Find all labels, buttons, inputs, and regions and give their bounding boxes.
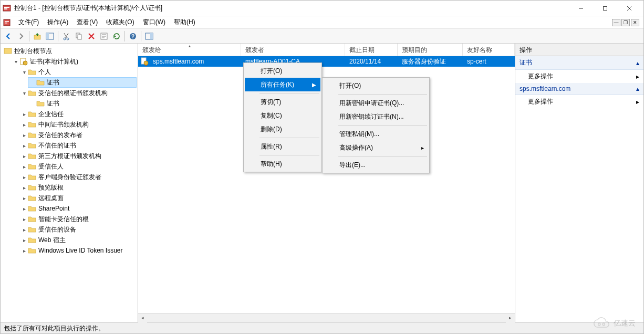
list-header: ▴颁发给 颁发者 截止日期 预期目的 友好名称 [138, 44, 515, 56]
separator-icon [338, 156, 427, 156]
menu-window[interactable]: 窗口(W) [139, 16, 170, 28]
ctx-delete[interactable]: 删除(D) [245, 122, 320, 136]
show-hide-action-pane-button[interactable] [143, 30, 155, 42]
tree-trusted-root-ca-certs[interactable]: 证书 [28, 98, 137, 109]
expander-icon[interactable]: ▸ [20, 184, 28, 191]
col-issued-by[interactable]: 颁发者 [241, 44, 345, 56]
tree-personal-certs[interactable]: 证书 [28, 77, 137, 88]
expander-icon[interactable]: ▸ [20, 142, 28, 149]
ctx-sub-req-new-key[interactable]: 用新密钥申请证书(Q)... [324, 96, 428, 110]
folder-icon [28, 110, 36, 118]
properties-button[interactable] [98, 30, 110, 42]
tree-item[interactable]: ▸中间证书颁发机构 [19, 119, 137, 130]
menu-file[interactable]: 文件(F) [14, 16, 43, 28]
context-submenu-all-tasks[interactable]: 打开(O) 用新密钥申请证书(Q)... 用新密钥续订证书(N)... 管理私钥… [322, 77, 430, 173]
ctx-open[interactable]: 打开(O) [245, 64, 320, 78]
ctx-copy[interactable]: 复制(C) [245, 109, 320, 122]
tree-item[interactable]: ▸企业信任 [19, 109, 137, 119]
folder-icon [28, 68, 36, 76]
menu-view[interactable]: 查看(V) [72, 16, 102, 28]
ctx-sub-export[interactable]: 导出(E)... [324, 158, 428, 172]
tree-item[interactable]: ▸预览版根 [19, 182, 137, 193]
tree-personal[interactable]: ▾ 个人 [19, 67, 137, 77]
scroll-right-icon[interactable]: ▸ [506, 314, 515, 322]
expander-icon[interactable]: ▸ [20, 110, 28, 118]
ctx-sub-open[interactable]: 打开(O) [324, 79, 428, 92]
context-menu[interactable]: 打开(O) 所有任务(K)▶ 剪切(T) 复制(C) 删除(D) 属性(R) 帮… [243, 62, 322, 172]
tree-item[interactable]: ▸SharePoint [19, 203, 137, 214]
actions-more-1[interactable]: 更多操作 ▸ [515, 70, 643, 83]
tree-trusted-root-ca[interactable]: ▾ 受信任的根证书颁发机构 [19, 88, 137, 98]
refresh-button[interactable] [111, 30, 122, 42]
actions-more-2[interactable]: 更多操作 ▸ [515, 95, 643, 108]
up-button[interactable] [32, 30, 43, 42]
expander-icon[interactable]: ▸ [20, 247, 28, 254]
minimize-button[interactable] [569, 1, 593, 16]
tree-item[interactable]: ▸受信任人 [19, 161, 137, 172]
tree-item[interactable]: ▸Web 宿主 [19, 235, 137, 245]
menu-help[interactable]: 帮助(H) [170, 16, 200, 28]
scroll-left-icon[interactable]: ◂ [138, 314, 147, 322]
tree-item[interactable]: ▸受信任的设备 [19, 224, 137, 235]
expander-icon[interactable]: ▸ [20, 205, 28, 212]
ctx-help[interactable]: 帮助(H) [245, 157, 320, 171]
ctx-cut[interactable]: 剪切(T) [245, 95, 320, 109]
col-issued-to[interactable]: ▴颁发给 [138, 44, 241, 56]
close-button[interactable] [617, 1, 641, 16]
expander-icon[interactable]: ▾ [12, 58, 19, 65]
sep-icon [58, 31, 58, 41]
tree-pane[interactable]: 控制台根节点 ▾ 证书(本地计算机) [1, 44, 138, 322]
actions-section-selected[interactable]: sps.msftlearn.com ▴ [515, 83, 643, 95]
svg-point-13 [64, 38, 66, 40]
tree-item[interactable]: ▸不信任的证书 [19, 140, 137, 151]
copy-button[interactable] [73, 30, 85, 42]
mdi-minimize[interactable]: — [612, 19, 620, 26]
list-body[interactable]: sps.msftlearn.com msftlearn-AD01-CA 2020… [138, 56, 515, 313]
actions-section-certs[interactable]: 证书 ▴ [515, 56, 643, 70]
expander-icon[interactable]: ▾ [20, 89, 28, 97]
cell-issued-to: sps.msftlearn.com [149, 57, 241, 66]
delete-button[interactable] [86, 30, 97, 42]
ctx-sub-manage-pk[interactable]: 管理私钥(M)... [324, 127, 428, 141]
expander-icon[interactable]: ▸ [20, 194, 28, 202]
tree-item[interactable]: ▸第三方根证书颁发机构 [19, 151, 137, 161]
expander-icon[interactable]: ▸ [20, 131, 28, 139]
ctx-sub-renew-new-key[interactable]: 用新密钥续订证书(N)... [324, 110, 428, 123]
maximize-button[interactable] [593, 1, 617, 16]
expander-icon[interactable]: ▸ [20, 163, 28, 170]
expander-icon[interactable]: ▸ [20, 152, 28, 160]
console-icon [4, 47, 12, 55]
menu-action[interactable]: 操作(A) [43, 16, 72, 28]
expander-icon[interactable]: ▸ [20, 215, 28, 223]
menu-favorites[interactable]: 收藏夹(O) [102, 16, 138, 28]
expander-icon[interactable]: ▸ [20, 173, 28, 181]
ctx-properties[interactable]: 属性(R) [245, 140, 320, 153]
svg-text:?: ? [131, 34, 134, 39]
list-row[interactable]: sps.msftlearn.com msftlearn-AD01-CA 2020… [138, 56, 515, 67]
ctx-sub-advanced[interactable]: 高级操作(A)▸ [324, 141, 428, 154]
col-expires[interactable]: 截止日期 [345, 44, 398, 56]
col-friendly[interactable]: 友好名称 [463, 44, 515, 56]
tree-certs-root[interactable]: ▾ 证书(本地计算机) [11, 56, 137, 67]
forward-button[interactable] [15, 30, 27, 42]
horizontal-scrollbar[interactable]: ◂ ▸ [138, 313, 515, 322]
cut-button[interactable] [60, 30, 72, 42]
tree-item[interactable]: ▸Windows Live ID Token Issuer [19, 245, 137, 256]
help-button[interactable]: ? [127, 30, 139, 42]
expander-icon[interactable]: ▸ [20, 226, 28, 233]
back-button[interactable] [3, 30, 14, 42]
mdi-close[interactable]: ✕ [631, 19, 639, 26]
mdi-restore[interactable]: ❐ [621, 19, 630, 26]
tree-item[interactable]: ▸客户端身份验证颁发者 [19, 172, 137, 182]
col-purpose[interactable]: 预期目的 [398, 44, 463, 56]
expander-icon[interactable]: ▸ [20, 121, 28, 128]
show-hide-tree-button[interactable] [44, 30, 56, 42]
tree-root[interactable]: 控制台根节点 [3, 46, 137, 56]
tree-item[interactable]: ▸智能卡受信任的根 [19, 214, 137, 224]
ctx-all-tasks[interactable]: 所有任务(K)▶ [245, 78, 320, 91]
expander-icon[interactable]: ▸ [20, 236, 28, 244]
tree-item[interactable]: ▸受信任的发布者 [19, 130, 137, 140]
expander-icon[interactable]: ▾ [20, 68, 28, 76]
separator-icon [338, 94, 427, 95]
tree-item[interactable]: ▸远程桌面 [19, 193, 137, 203]
